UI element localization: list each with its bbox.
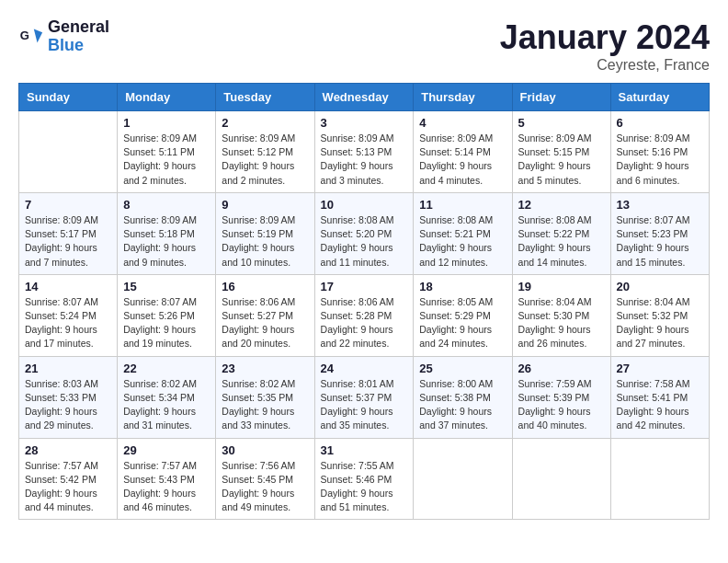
day-of-week-header: Thursday	[414, 84, 512, 111]
day-info: Sunrise: 8:04 AM Sunset: 5:30 PM Dayligh…	[518, 295, 605, 351]
day-number: 20	[617, 280, 703, 293]
day-info: Sunrise: 7:59 AM Sunset: 5:39 PM Dayligh…	[518, 377, 605, 433]
logo: G General Blue	[18, 18, 109, 55]
calendar-cell: 25Sunrise: 8:00 AM Sunset: 5:38 PM Dayli…	[414, 356, 512, 438]
calendar-cell: 12Sunrise: 8:08 AM Sunset: 5:22 PM Dayli…	[512, 192, 610, 274]
day-info: Sunrise: 8:04 AM Sunset: 5:32 PM Dayligh…	[617, 295, 703, 351]
calendar-cell	[610, 438, 709, 520]
day-number: 30	[222, 443, 308, 457]
day-info: Sunrise: 7:58 AM Sunset: 5:41 PM Dayligh…	[617, 377, 703, 433]
calendar-cell	[414, 438, 512, 520]
calendar-cell	[512, 438, 610, 520]
day-number: 27	[617, 362, 703, 375]
day-info: Sunrise: 8:00 AM Sunset: 5:38 PM Dayligh…	[419, 377, 506, 433]
calendar-cell: 22Sunrise: 8:02 AM Sunset: 5:34 PM Dayli…	[118, 356, 216, 438]
day-number: 14	[25, 280, 111, 293]
day-number: 18	[419, 280, 506, 293]
day-info: Sunrise: 7:57 AM Sunset: 5:42 PM Dayligh…	[25, 459, 111, 515]
day-of-week-header: Saturday	[610, 84, 709, 111]
calendar-week-row: 7Sunrise: 8:09 AM Sunset: 5:17 PM Daylig…	[19, 192, 710, 274]
day-number: 7	[25, 198, 111, 212]
page-header: G General Blue January 2024 Ceyreste, Fr…	[18, 18, 710, 74]
day-number: 24	[321, 362, 408, 375]
calendar-week-row: 1Sunrise: 8:09 AM Sunset: 5:11 PM Daylig…	[19, 111, 710, 193]
day-info: Sunrise: 8:07 AM Sunset: 5:24 PM Dayligh…	[25, 295, 111, 351]
day-info: Sunrise: 8:03 AM Sunset: 5:33 PM Dayligh…	[25, 377, 111, 433]
day-info: Sunrise: 8:05 AM Sunset: 5:29 PM Dayligh…	[419, 295, 506, 351]
day-of-week-header: Wednesday	[314, 84, 414, 111]
day-number: 4	[419, 116, 506, 130]
day-info: Sunrise: 8:09 AM Sunset: 5:18 PM Dayligh…	[123, 213, 210, 270]
day-number: 25	[419, 362, 506, 375]
day-number: 2	[222, 116, 308, 130]
calendar-cell	[19, 111, 118, 193]
logo-text: General Blue	[48, 18, 109, 55]
day-number: 6	[617, 116, 703, 130]
day-info: Sunrise: 8:07 AM Sunset: 5:26 PM Dayligh…	[123, 295, 210, 351]
calendar-cell: 28Sunrise: 7:57 AM Sunset: 5:42 PM Dayli…	[19, 438, 118, 520]
svg-marker-1	[34, 29, 42, 42]
day-number: 3	[321, 116, 408, 130]
day-info: Sunrise: 8:09 AM Sunset: 5:15 PM Dayligh…	[518, 132, 605, 188]
calendar-cell: 9Sunrise: 8:09 AM Sunset: 5:19 PM Daylig…	[216, 192, 314, 274]
calendar-cell: 17Sunrise: 8:06 AM Sunset: 5:28 PM Dayli…	[314, 274, 414, 356]
day-number: 22	[123, 362, 210, 375]
calendar-cell: 19Sunrise: 8:04 AM Sunset: 5:30 PM Dayli…	[512, 274, 610, 356]
day-info: Sunrise: 8:06 AM Sunset: 5:27 PM Dayligh…	[222, 295, 308, 351]
day-number: 13	[617, 198, 703, 212]
day-number: 1	[123, 116, 210, 130]
day-info: Sunrise: 7:56 AM Sunset: 5:45 PM Dayligh…	[222, 459, 308, 515]
calendar-cell: 13Sunrise: 8:07 AM Sunset: 5:23 PM Dayli…	[610, 192, 709, 274]
calendar-cell: 23Sunrise: 8:02 AM Sunset: 5:35 PM Dayli…	[216, 356, 314, 438]
calendar-cell: 29Sunrise: 7:57 AM Sunset: 5:43 PM Dayli…	[118, 438, 216, 520]
day-of-week-header: Tuesday	[216, 84, 314, 111]
day-info: Sunrise: 8:08 AM Sunset: 5:21 PM Dayligh…	[419, 213, 506, 270]
day-info: Sunrise: 7:55 AM Sunset: 5:46 PM Dayligh…	[321, 459, 408, 515]
calendar-cell: 20Sunrise: 8:04 AM Sunset: 5:32 PM Dayli…	[610, 274, 709, 356]
calendar-cell: 16Sunrise: 8:06 AM Sunset: 5:27 PM Dayli…	[216, 274, 314, 356]
day-info: Sunrise: 8:07 AM Sunset: 5:23 PM Dayligh…	[617, 213, 703, 270]
svg-text:G: G	[20, 29, 29, 42]
calendar-cell: 30Sunrise: 7:56 AM Sunset: 5:45 PM Dayli…	[216, 438, 314, 520]
day-number: 15	[123, 280, 210, 293]
day-info: Sunrise: 8:09 AM Sunset: 5:17 PM Dayligh…	[25, 213, 111, 270]
calendar-table: SundayMondayTuesdayWednesdayThursdayFrid…	[18, 83, 710, 520]
day-number: 28	[25, 443, 111, 457]
day-number: 12	[518, 198, 605, 212]
calendar-week-row: 21Sunrise: 8:03 AM Sunset: 5:33 PM Dayli…	[19, 356, 710, 438]
day-info: Sunrise: 8:09 AM Sunset: 5:11 PM Dayligh…	[123, 132, 210, 188]
day-number: 8	[123, 198, 210, 212]
day-info: Sunrise: 8:06 AM Sunset: 5:28 PM Dayligh…	[321, 295, 408, 351]
calendar-cell: 5Sunrise: 8:09 AM Sunset: 5:15 PM Daylig…	[512, 111, 610, 193]
location-title: Ceyreste, France	[500, 57, 710, 74]
title-area: January 2024 Ceyreste, France	[500, 18, 710, 74]
day-info: Sunrise: 8:09 AM Sunset: 5:19 PM Dayligh…	[222, 213, 308, 270]
calendar-cell: 14Sunrise: 8:07 AM Sunset: 5:24 PM Dayli…	[19, 274, 118, 356]
calendar-header-row: SundayMondayTuesdayWednesdayThursdayFrid…	[19, 84, 710, 111]
day-number: 9	[222, 198, 308, 212]
day-number: 31	[321, 443, 408, 457]
day-info: Sunrise: 8:09 AM Sunset: 5:13 PM Dayligh…	[321, 132, 408, 188]
day-number: 11	[419, 198, 506, 212]
calendar-cell: 3Sunrise: 8:09 AM Sunset: 5:13 PM Daylig…	[314, 111, 414, 193]
month-title: January 2024	[500, 18, 710, 57]
day-info: Sunrise: 8:02 AM Sunset: 5:34 PM Dayligh…	[123, 377, 210, 433]
day-info: Sunrise: 8:08 AM Sunset: 5:22 PM Dayligh…	[518, 213, 605, 270]
day-info: Sunrise: 8:09 AM Sunset: 5:14 PM Dayligh…	[419, 132, 506, 188]
day-of-week-header: Friday	[512, 84, 610, 111]
calendar-cell: 27Sunrise: 7:58 AM Sunset: 5:41 PM Dayli…	[610, 356, 709, 438]
calendar-cell: 18Sunrise: 8:05 AM Sunset: 5:29 PM Dayli…	[414, 274, 512, 356]
calendar-cell: 31Sunrise: 7:55 AM Sunset: 5:46 PM Dayli…	[314, 438, 414, 520]
calendar-cell: 4Sunrise: 8:09 AM Sunset: 5:14 PM Daylig…	[414, 111, 512, 193]
day-of-week-header: Monday	[118, 84, 216, 111]
day-number: 5	[518, 116, 605, 130]
day-info: Sunrise: 7:57 AM Sunset: 5:43 PM Dayligh…	[123, 459, 210, 515]
logo-icon: G	[18, 24, 44, 50]
day-info: Sunrise: 8:02 AM Sunset: 5:35 PM Dayligh…	[222, 377, 308, 433]
calendar-cell: 10Sunrise: 8:08 AM Sunset: 5:20 PM Dayli…	[314, 192, 414, 274]
day-number: 29	[123, 443, 210, 457]
day-number: 26	[518, 362, 605, 375]
day-number: 10	[321, 198, 408, 212]
day-number: 16	[222, 280, 308, 293]
day-info: Sunrise: 8:09 AM Sunset: 5:12 PM Dayligh…	[222, 132, 308, 188]
